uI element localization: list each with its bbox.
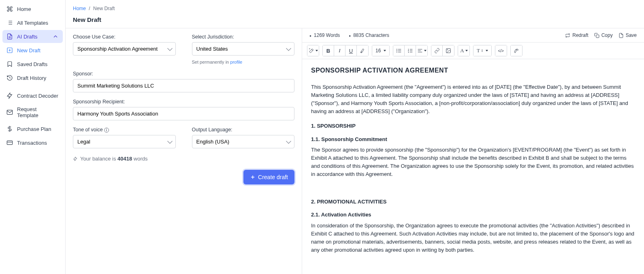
underline-button[interactable]: U [345,45,357,56]
card-icon [6,139,13,146]
sidebar: Home All Templates AI Drafts New Draft S… [0,0,66,274]
svg-point-4 [397,49,397,49]
text-color-button[interactable]: A [458,45,469,56]
nav-label: Purchase Plan [17,126,51,132]
heading-button[interactable]: TI [473,45,491,56]
highlight-button[interactable] [357,45,368,56]
doc-subheading: 2.2. Execution of Activation Activities [311,272,635,274]
bullet-list-button[interactable] [393,45,405,56]
svg-point-5 [397,50,397,51]
nav-label: Home [17,6,31,12]
command-icon [6,6,13,12]
main: Home / New Draft New Draft Choose Use Ca… [66,0,644,274]
nav-label: Contract Decoder [17,93,58,99]
balance-text: Your balance is 40418 words [73,156,294,162]
use-case-label: Choose Use Case: [73,34,176,40]
create-draft-button[interactable]: Create draft [243,170,294,184]
copy-button[interactable]: Copy [594,32,613,38]
doc-subheading: 1.1. Sponsorship Commitment [311,135,635,143]
doc-title: SPONSORSHIP ACTIVATION AGREEMENT [311,66,635,76]
breadcrumb: Home / New Draft [66,0,644,15]
nav-purchase-plan[interactable]: Purchase Plan [2,122,63,135]
breadcrumb-home[interactable]: Home [73,6,86,11]
tone-select[interactable]: Legal [73,135,176,148]
recipient-label: Sponsorship Recipient: [73,99,294,105]
doc-paragraph: In consideration of the Sponsorship, the… [311,222,635,255]
nav-transactions[interactable]: Transactions [2,136,63,149]
mail-icon [6,109,13,116]
bolt-icon [73,156,78,161]
svg-point-6 [397,52,397,52]
form-pane: Choose Use Case: Sponsorship Activation … [66,28,302,274]
align-button[interactable] [416,45,427,56]
nav-request-template[interactable]: Request Template [2,103,63,122]
jurisdiction-hint: Set permanently in profile [192,60,295,64]
document-body[interactable]: SPONSORSHIP ACTIVATION AGREEMENT This Sp… [302,59,644,274]
lang-select[interactable]: English (USA) [192,135,295,148]
number-list-button[interactable] [405,45,416,56]
redraft-button[interactable]: Redraft [565,32,588,38]
nav-ai-drafts[interactable]: AI Drafts [2,30,63,43]
nav-label: Request Template [17,106,59,118]
magic-button[interactable] [307,45,319,56]
word-count: 1269 Words [309,32,340,38]
sponsor-label: Sponsor: [73,71,294,77]
svg-rect-3 [596,34,599,37]
chevron-up-icon [52,33,59,40]
editor-toolbar: B I U 16 [302,43,644,59]
code-button[interactable]: </> [495,45,507,56]
nav-label: AI Drafts [17,34,38,40]
page-title: New Draft [66,15,644,28]
list-icon [6,19,13,26]
stats-bar: 1269 Words 8835 Characters Redraft Copy … [302,28,644,43]
nav-label: All Templates [17,20,48,26]
dollar-icon [6,126,13,132]
nav-saved-drafts[interactable]: Saved Drafts [2,58,63,71]
nav-draft-history[interactable]: Draft History [2,71,63,84]
nav-contract-decoder[interactable]: Contract Decoder [2,89,63,102]
doc-heading: 1. SPONSORSHIP [311,122,635,130]
tone-label: Tone of voicei [73,127,176,133]
sponsor-input[interactable] [73,79,294,92]
document-icon [6,33,13,40]
doc-heading: 2. PROMOTIONAL ACTIVITIES [311,198,635,206]
save-button[interactable]: Save [618,32,637,38]
doc-paragraph: This Sponsorship Activation Agreement (t… [311,83,635,116]
nav-label: Draft History [17,75,46,81]
editor-pane: 1269 Words 8835 Characters Redraft Copy … [302,28,644,274]
jurisdiction-select[interactable]: United States [192,42,295,56]
breadcrumb-sep: / [89,6,90,11]
doc-paragraph: The Sponsor agrees to provide sponsorshi… [311,146,635,179]
nav-label: Transactions [17,140,47,146]
info-icon: i [104,128,109,133]
char-count: 8835 Characters [349,32,389,38]
doc-subheading: 2.1. Activation Activities [311,211,635,219]
clear-format-button[interactable] [511,45,522,56]
image-button[interactable] [443,45,454,56]
link-button[interactable] [431,45,443,56]
svg-point-8 [447,49,448,50]
bold-button[interactable]: B [323,45,334,56]
use-case-select[interactable]: Sponsorship Activation Agreement [73,42,176,56]
nav-label: Saved Drafts [17,61,47,67]
bookmark-icon [6,61,13,67]
profile-link[interactable]: profile [230,60,242,64]
nav-home[interactable]: Home [2,2,63,15]
plus-icon [250,174,256,180]
italic-button[interactable]: I [334,45,345,56]
nav-new-draft[interactable]: New Draft [2,44,63,57]
nav-all-templates[interactable]: All Templates [2,16,63,29]
breadcrumb-current: New Draft [93,6,115,11]
font-size-select[interactable]: 16 [372,45,389,56]
nav-label: New Draft [17,47,41,54]
jurisdiction-label: Select Jurisdiction: [192,34,295,40]
svg-rect-2 [7,141,12,144]
history-icon [6,75,13,81]
lang-label: Output Language: [192,127,295,133]
recipient-input[interactable] [73,107,294,120]
plus-square-icon [6,47,13,54]
bolt-icon [6,92,13,99]
